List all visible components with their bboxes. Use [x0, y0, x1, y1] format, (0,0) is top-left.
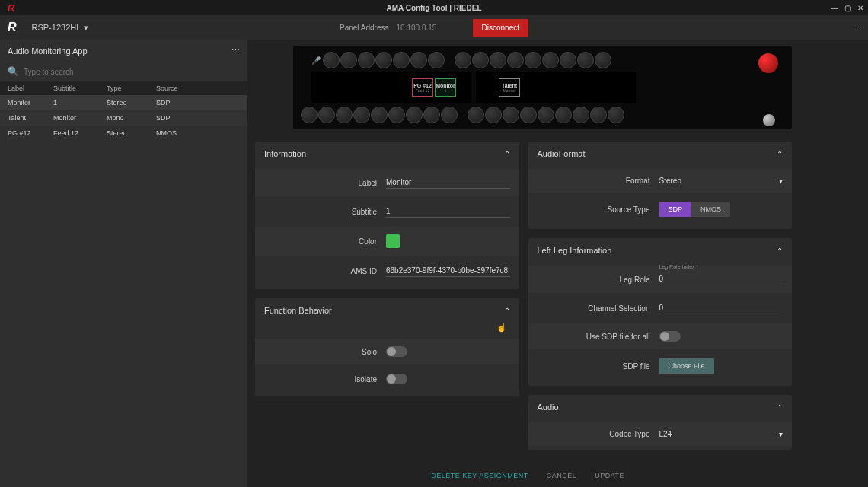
amsid-input[interactable]	[386, 265, 510, 277]
knob[interactable]	[388, 107, 405, 123]
knob[interactable]	[323, 52, 340, 68]
knob[interactable]	[318, 107, 335, 123]
knob[interactable]	[590, 107, 607, 123]
solo-toggle[interactable]	[386, 346, 407, 357]
subtitle-field-label: Subtitle	[264, 208, 386, 216]
knob[interactable]	[472, 52, 489, 68]
update-button[interactable]: UPDATE	[595, 472, 624, 479]
knob[interactable]	[375, 52, 392, 68]
knob[interactable]	[542, 52, 559, 68]
knob[interactable]	[455, 52, 471, 68]
content-area: 🎤 PG #12 Feed 12 Monitor 1	[247, 40, 868, 487]
section-information: Information ⌃ Label Subtitle	[255, 142, 519, 289]
leg-role-input[interactable]	[659, 273, 783, 285]
section-title: AudioFormat	[538, 149, 586, 158]
table-row[interactable]: Monitor 1 Stereo SDP	[0, 95, 247, 110]
knob[interactable]	[595, 52, 611, 68]
choose-file-button[interactable]: Choose File	[659, 358, 714, 374]
col-source: Source	[156, 84, 240, 92]
knob[interactable]	[358, 52, 375, 68]
format-label: Format	[538, 177, 659, 185]
topbar-overflow-menu[interactable]: ⋯	[852, 23, 860, 33]
isolate-label: Isolate	[264, 375, 386, 384]
panel-device: 🎤 PG #12 Feed 12 Monitor 1	[293, 46, 792, 129]
knob[interactable]	[441, 107, 458, 123]
color-picker[interactable]	[386, 234, 400, 248]
col-label: Label	[8, 84, 53, 92]
sidebar-overflow-menu[interactable]: ⋯	[231, 46, 240, 56]
knob[interactable]	[525, 52, 541, 68]
knob[interactable]	[577, 52, 594, 68]
knob[interactable]	[608, 107, 624, 123]
knob-row-bottom	[301, 107, 784, 123]
key-tile-monitor[interactable]: Monitor 1	[435, 78, 456, 97]
knob[interactable]	[353, 107, 370, 123]
section-title: Audio	[538, 403, 559, 412]
knob[interactable]	[410, 52, 427, 68]
cancel-button[interactable]: CANCEL	[547, 472, 577, 479]
knob[interactable]	[393, 52, 410, 68]
device-name: RSP-1232HL	[32, 23, 81, 32]
subtitle-input[interactable]	[386, 205, 510, 218]
section-head[interactable]: Function Behavior ⌃	[255, 298, 519, 323]
knob[interactable]	[503, 107, 519, 123]
maximize-button[interactable]: ▢	[844, 4, 851, 12]
sidebar-header: Audio Monitoring App ⋯	[0, 40, 247, 62]
minimize-button[interactable]: —	[831, 4, 838, 12]
source-type-nmos[interactable]: NMOS	[691, 202, 730, 217]
codec-type-select[interactable]: L24 ▾	[659, 430, 783, 438]
knob[interactable]	[490, 52, 506, 68]
section-audioformat: AudioFormat ⌃ Format Stereo ▾	[528, 142, 793, 229]
section-function-behavior: Function Behavior ⌃ ☝ Solo Isolate	[255, 298, 519, 396]
format-select[interactable]: Stereo ▾	[659, 177, 783, 185]
app-topbar: R RSP-1232HL ▾ Panel Address 10.100.0.15…	[0, 15, 868, 40]
section-audio: Audio ⌃ Codec Type L24 ▾	[528, 395, 793, 450]
panels-area: Information ⌃ Label Subtitle	[247, 135, 868, 464]
knob[interactable]	[468, 107, 484, 123]
section-left-leg: Left Leg Information ⌃ Leg Role Leg Role…	[528, 238, 793, 386]
table-row[interactable]: Talent Monitor Mono SDP	[0, 110, 247, 126]
search-input[interactable]	[24, 68, 240, 76]
table-header: Label Subtitle Type Source	[0, 81, 247, 95]
section-head[interactable]: AudioFormat ⌃	[528, 142, 793, 166]
delete-key-assignment-button[interactable]: DELETE KEY ASSIGNMENT	[431, 472, 528, 479]
isolate-toggle[interactable]	[386, 374, 407, 384]
amsid-field-label: AMS ID	[264, 267, 386, 275]
label-input[interactable]	[386, 177, 510, 189]
device-selector[interactable]: RSP-1232HL ▾	[32, 23, 89, 33]
section-title: Information	[264, 149, 306, 158]
knob[interactable]	[555, 107, 572, 123]
knob[interactable]	[485, 107, 502, 123]
knob[interactable]	[336, 107, 353, 123]
panel-address-label: Panel Address	[340, 24, 389, 32]
key-tile-talent[interactable]: Talent Monitor	[499, 78, 520, 97]
source-type-label: Source Type	[538, 205, 659, 214]
chevron-up-icon: ⌃	[777, 403, 783, 412]
disconnect-button[interactable]: Disconnect	[473, 19, 528, 37]
app-logo-icon: R	[5, 2, 14, 14]
section-head[interactable]: Information ⌃	[255, 142, 519, 166]
channel-selection-input[interactable]	[659, 302, 783, 314]
source-type-sdp[interactable]: SDP	[659, 202, 692, 217]
volume-knob[interactable]	[763, 114, 775, 126]
table-row[interactable]: PG #12 Feed 12 Stereo NMOS	[0, 126, 247, 141]
knob[interactable]	[423, 107, 440, 123]
knob[interactable]	[406, 107, 423, 123]
key-tile-pg12[interactable]: PG #12 Feed 12	[412, 78, 433, 97]
knob[interactable]	[371, 107, 388, 123]
channel-selection-label: Channel Selection	[538, 304, 659, 313]
knob[interactable]	[507, 52, 524, 68]
knob[interactable]	[560, 52, 576, 68]
section-head[interactable]: Audio ⌃	[528, 395, 793, 419]
use-sdp-toggle[interactable]	[659, 331, 681, 342]
knob[interactable]	[301, 107, 318, 123]
knob[interactable]	[573, 107, 589, 123]
close-button[interactable]: ✕	[857, 4, 863, 12]
knob[interactable]	[520, 107, 537, 123]
section-head[interactable]: Left Leg Information ⌃	[528, 238, 793, 263]
window-title: AMA Config Tool | RIEDEL	[387, 4, 482, 12]
knob[interactable]	[538, 107, 554, 123]
talk-button[interactable]	[758, 53, 778, 73]
knob[interactable]	[340, 52, 357, 68]
knob[interactable]	[428, 52, 445, 68]
